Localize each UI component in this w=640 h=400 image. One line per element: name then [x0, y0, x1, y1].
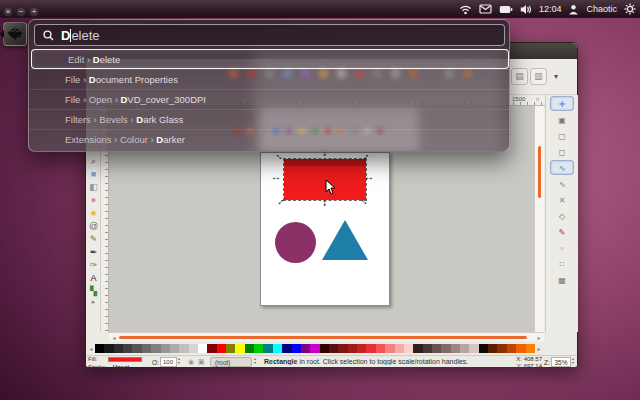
color-swatch[interactable] [254, 344, 263, 353]
color-swatch[interactable] [95, 344, 104, 353]
color-swatch[interactable] [104, 344, 113, 353]
color-swatch[interactable] [479, 344, 488, 353]
pen-tool[interactable]: ✒ [87, 246, 100, 259]
color-swatch[interactable] [526, 344, 535, 353]
hud-result-item[interactable]: File › Document Properties [29, 69, 510, 89]
color-swatch[interactable] [423, 344, 432, 353]
color-swatch[interactable] [329, 344, 338, 353]
inkscape-launcher-tile[interactable] [3, 22, 27, 46]
box3d-tool[interactable]: ◧ [87, 181, 100, 194]
palette-scroll-left-icon[interactable]: ◂ [87, 345, 95, 352]
color-swatch[interactable] [151, 344, 160, 353]
snap-enable-button[interactable]: ✛ [550, 96, 574, 111]
color-swatch[interactable] [114, 344, 123, 353]
color-swatch[interactable] [516, 344, 525, 353]
color-swatch[interactable] [170, 344, 179, 353]
zoom-input[interactable]: 35% [551, 357, 571, 367]
document-page[interactable]: ↔ ↔ ↔ ↔ ↔ ↔ ↔ ↔ [260, 152, 390, 306]
color-swatch[interactable] [507, 344, 516, 353]
layer-lock-icon[interactable]: ▣ [198, 358, 205, 366]
color-swatch[interactable] [497, 344, 506, 353]
color-swatch[interactable] [282, 344, 291, 353]
color-swatch[interactable] [395, 344, 404, 353]
snap-bbox-button[interactable]: ▣ [550, 112, 574, 127]
color-swatch[interactable] [161, 344, 170, 353]
text-tool[interactable]: A [87, 272, 100, 285]
battery-icon[interactable] [499, 5, 513, 14]
selection-raise-button[interactable]: ▤ [511, 68, 528, 85]
snap-smooth-node-button[interactable]: ✎ [550, 224, 574, 239]
color-swatch[interactable] [263, 344, 272, 353]
color-swatch[interactable] [338, 344, 347, 353]
scroll-left-icon[interactable]: ◂ [109, 334, 119, 341]
color-swatch[interactable] [245, 344, 254, 353]
ellipse-tool[interactable]: ● [87, 194, 100, 207]
color-swatch[interactable] [142, 344, 151, 353]
vertical-scrollbar[interactable] [534, 106, 544, 332]
color-swatch[interactable] [376, 344, 385, 353]
snap-path-button[interactable]: ∿ [550, 176, 574, 191]
scale-handle-right[interactable]: ↔ [363, 171, 375, 183]
palette-scroll-right-icon[interactable]: ▸ [535, 345, 543, 352]
vertical-scrollbar-thumb[interactable] [538, 146, 541, 198]
scroll-right-icon[interactable]: ▸ [534, 334, 544, 341]
shape-triangle[interactable] [322, 220, 368, 260]
snap-bbox-corner-button[interactable]: ◻ [550, 144, 574, 159]
color-swatch[interactable] [132, 344, 141, 353]
color-swatch[interactable] [413, 344, 422, 353]
user-menu[interactable]: Chaotic [586, 4, 617, 14]
color-swatch[interactable] [226, 344, 235, 353]
layer-selector-spinner[interactable]: ▴▾ [254, 357, 256, 365]
clock[interactable]: 12:04 [539, 4, 562, 14]
snap-intersection-button[interactable]: ✕ [550, 192, 574, 207]
color-swatch[interactable] [189, 344, 198, 353]
color-swatch[interactable] [348, 344, 357, 353]
snap-center-button[interactable]: ∷ [550, 256, 574, 271]
color-swatch[interactable] [198, 344, 207, 353]
color-swatch[interactable] [320, 344, 329, 353]
color-swatch[interactable] [441, 344, 450, 353]
scale-handle-bottom[interactable]: ↔ [320, 197, 332, 209]
session-gear-icon[interactable] [624, 3, 636, 15]
snap-node-button[interactable]: ∿ [550, 160, 574, 175]
tool-overflow-icon[interactable]: ▸ [87, 298, 100, 306]
layer-visibility-icon[interactable]: ◉ [188, 358, 194, 366]
layer-selector[interactable]: (root) [210, 357, 252, 367]
fill-color-swatch[interactable] [108, 357, 142, 362]
hud-result-item[interactable]: File › Open › DVD_cover_300DPI [29, 89, 510, 109]
spray-tool[interactable]: ▚ [87, 285, 100, 298]
horizontal-scrollbar-thumb[interactable] [119, 336, 527, 339]
pencil-tool[interactable]: ✎ [87, 233, 100, 246]
snap-midpoint-button[interactable]: ▫ [550, 240, 574, 255]
selection-lower-button[interactable]: ▥ [530, 68, 547, 85]
horizontal-scrollbar[interactable]: ◂ ▸ [109, 332, 544, 341]
color-swatch[interactable] [451, 344, 460, 353]
maximize-button[interactable]: + [29, 7, 39, 17]
toolbar-overflow-icon[interactable]: ▾ [554, 72, 558, 81]
zoom-corner-icon[interactable]: ⌕ [536, 95, 540, 103]
fill-stroke-indicator[interactable]: Fill: Stroke: Unset [88, 356, 150, 368]
color-swatch[interactable] [366, 344, 375, 353]
zoom-spinner[interactable]: ▴▾ [572, 357, 574, 365]
calligraphy-tool[interactable]: ✑ [87, 259, 100, 272]
minimize-button[interactable]: − [16, 7, 26, 17]
color-swatch[interactable] [460, 344, 469, 353]
color-swatch[interactable] [310, 344, 319, 353]
spiral-tool[interactable]: @ [87, 220, 100, 233]
shape-circle[interactable] [275, 222, 316, 263]
star-tool[interactable]: ★ [87, 207, 100, 220]
opacity-spinner[interactable]: ▴▾ [178, 357, 180, 365]
hud-result-item[interactable]: Edit › Delete [31, 49, 509, 69]
color-swatch[interactable] [217, 344, 226, 353]
color-swatch[interactable] [273, 344, 282, 353]
color-swatch[interactable] [207, 344, 216, 353]
snap-grid-button[interactable]: ▦ [550, 272, 574, 287]
snap-bbox-edge-button[interactable]: ▢ [550, 128, 574, 143]
opacity-input[interactable]: 100 [160, 357, 177, 367]
color-swatch[interactable] [301, 344, 310, 353]
hud-search-input[interactable]: Delete [34, 24, 505, 46]
hud-result-item[interactable]: Extensions › Colour › Darker [29, 129, 510, 149]
color-swatch[interactable] [179, 344, 188, 353]
close-button[interactable]: × [3, 7, 13, 17]
color-swatch[interactable] [385, 344, 394, 353]
